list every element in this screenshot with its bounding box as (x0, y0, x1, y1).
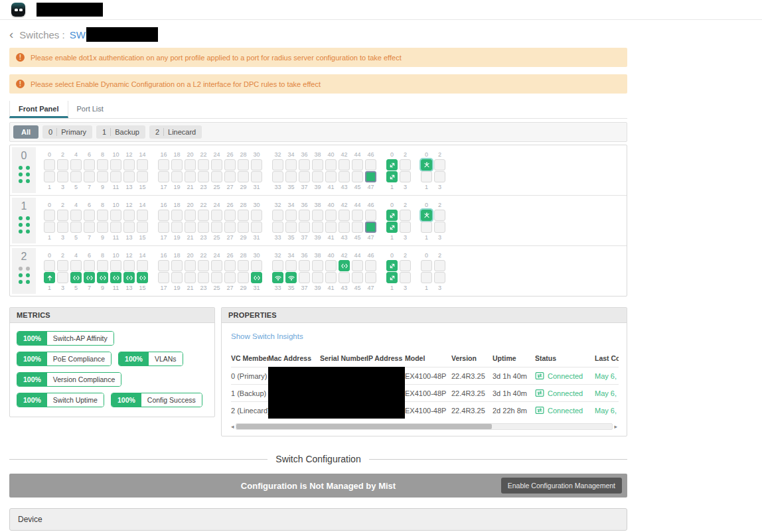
port[interactable] (421, 159, 432, 170)
port[interactable] (44, 272, 55, 283)
filter-linecard[interactable]: 2Linecard (149, 125, 202, 139)
port[interactable] (339, 222, 350, 233)
port[interactable] (251, 210, 262, 221)
port[interactable] (365, 159, 376, 170)
port[interactable] (97, 260, 108, 271)
port[interactable] (285, 210, 297, 221)
port[interactable] (171, 171, 183, 182)
port[interactable] (272, 272, 283, 283)
port[interactable] (137, 222, 148, 233)
port[interactable] (285, 171, 297, 182)
port[interactable] (137, 159, 148, 170)
port[interactable] (285, 159, 297, 170)
port[interactable] (171, 222, 183, 233)
port[interactable] (110, 260, 121, 271)
port[interactable] (312, 222, 323, 233)
filter-primary[interactable]: 0Primary (42, 125, 92, 139)
port[interactable] (158, 171, 169, 182)
port[interactable] (365, 272, 376, 283)
port[interactable] (158, 222, 169, 233)
metric-badge[interactable]: 100%Version Compliance (17, 372, 121, 387)
port[interactable] (272, 210, 283, 221)
port[interactable] (70, 272, 82, 283)
port[interactable] (312, 171, 323, 182)
port[interactable] (325, 159, 337, 170)
port[interactable] (198, 171, 209, 182)
port[interactable] (211, 210, 222, 221)
port[interactable] (211, 222, 222, 233)
port[interactable] (211, 272, 222, 283)
port[interactable] (185, 260, 196, 271)
port[interactable] (386, 272, 398, 283)
port[interactable] (272, 159, 283, 170)
port[interactable] (352, 272, 363, 283)
back-chevron-icon[interactable]: ‹ (9, 29, 13, 40)
port[interactable] (238, 222, 249, 233)
port[interactable] (365, 210, 376, 221)
port[interactable] (251, 171, 262, 182)
port[interactable] (365, 222, 376, 233)
metric-badge[interactable]: 100%VLANs (118, 352, 183, 366)
port[interactable] (325, 222, 337, 233)
tab-port-list[interactable]: Port List (68, 101, 112, 118)
port[interactable] (339, 159, 350, 170)
port[interactable] (312, 260, 323, 271)
filter-all[interactable]: All (13, 125, 38, 139)
port[interactable] (44, 222, 55, 233)
port[interactable] (137, 260, 148, 271)
port[interactable] (44, 159, 55, 170)
port[interactable] (57, 260, 68, 271)
port[interactable] (238, 210, 249, 221)
port[interactable] (386, 222, 398, 233)
port[interactable] (70, 210, 82, 221)
port[interactable] (158, 210, 169, 221)
port[interactable] (352, 171, 363, 182)
port[interactable] (97, 272, 108, 283)
port[interactable] (224, 272, 236, 283)
port[interactable] (339, 272, 350, 283)
port[interactable] (123, 171, 135, 182)
port[interactable] (312, 210, 323, 221)
port[interactable] (421, 171, 432, 182)
breadcrumb-section[interactable]: Switches : (19, 29, 64, 40)
port[interactable] (339, 171, 350, 182)
port[interactable] (185, 159, 196, 170)
port[interactable] (400, 272, 411, 283)
port[interactable] (185, 272, 196, 283)
port[interactable] (272, 171, 283, 182)
port[interactable] (198, 159, 209, 170)
port[interactable] (299, 159, 310, 170)
port[interactable] (325, 171, 337, 182)
metric-badge[interactable]: 100%Switch-AP Affinity (17, 331, 114, 346)
port[interactable] (57, 159, 68, 170)
port[interactable] (325, 260, 337, 271)
port[interactable] (312, 159, 323, 170)
port[interactable] (434, 272, 445, 283)
port[interactable] (97, 210, 108, 221)
port[interactable] (110, 272, 121, 283)
port[interactable] (386, 260, 398, 271)
port[interactable] (365, 171, 376, 182)
scrollbar-thumb[interactable] (236, 424, 493, 429)
vc-member-row[interactable]: 0 (Primary)EX4100-48P22.4R3.253d 1h 40mC… (231, 367, 619, 385)
port[interactable] (70, 260, 82, 271)
port[interactable] (400, 260, 411, 271)
port[interactable] (224, 222, 236, 233)
port[interactable] (339, 260, 350, 271)
port[interactable] (198, 222, 209, 233)
port[interactable] (198, 272, 209, 283)
port[interactable] (84, 210, 95, 221)
vc-member-row[interactable]: 2 (Linecard)EX4100-48P22.4R3.252d 22h 8m… (231, 402, 619, 419)
port[interactable] (123, 222, 135, 233)
port[interactable] (185, 222, 196, 233)
port[interactable] (400, 171, 411, 182)
show-switch-insights-link[interactable]: Show Switch Insights (231, 332, 303, 340)
port[interactable] (312, 272, 323, 283)
port[interactable] (123, 272, 135, 283)
port[interactable] (171, 272, 183, 283)
port[interactable] (185, 210, 196, 221)
port[interactable] (44, 171, 55, 182)
port[interactable] (123, 210, 135, 221)
port[interactable] (211, 159, 222, 170)
scroll-right-arrow-icon[interactable]: ▸ (614, 423, 617, 430)
